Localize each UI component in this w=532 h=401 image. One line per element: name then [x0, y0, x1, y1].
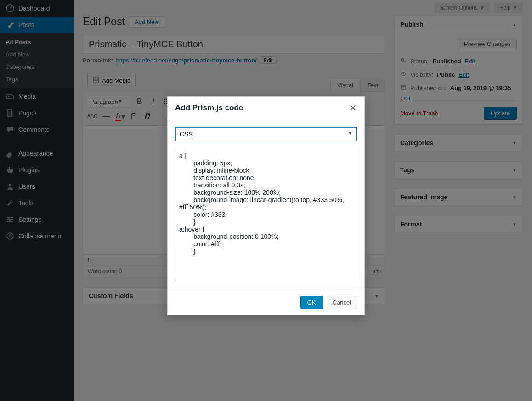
ok-button[interactable]: OK [300, 296, 323, 309]
language-select[interactable]: CSS [175, 127, 357, 141]
modal-header: Add Prism.js code ✕ [168, 97, 364, 119]
modal-footer: OK Cancel [168, 290, 364, 315]
modal-overlay[interactable]: Add Prism.js code ✕ CSS OK Cancel [0, 0, 532, 401]
modal-close-button[interactable]: ✕ [349, 102, 357, 113]
prism-modal: Add Prism.js code ✕ CSS OK Cancel [167, 96, 365, 315]
modal-title: Add Prism.js code [175, 103, 243, 113]
cancel-button[interactable]: Cancel [327, 296, 357, 309]
code-textarea[interactable] [175, 148, 357, 281]
